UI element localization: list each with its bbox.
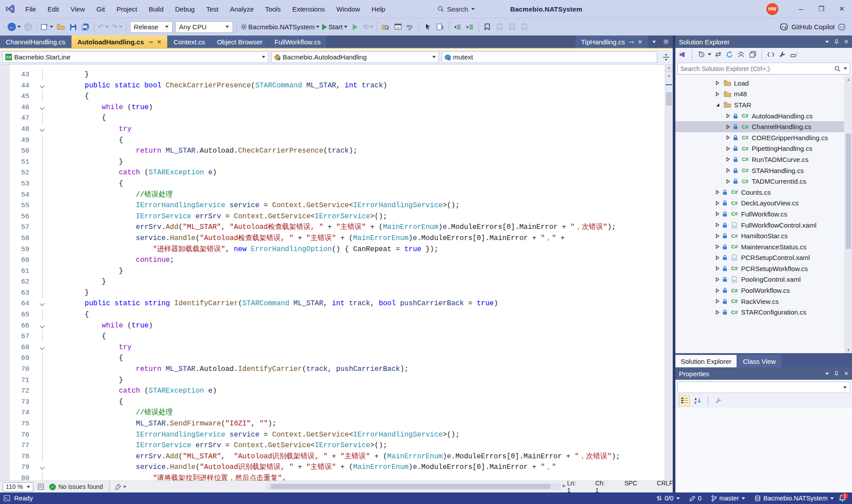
tab-channelhandling-cs[interactable]: ChannelHandling.cs	[0, 35, 71, 48]
tab-pin-icon[interactable]: ⊸	[148, 39, 153, 45]
tree-item-coregripperhandling-cs[interactable]: C#COREGripperHandling.cs	[675, 132, 844, 143]
pending-changes-button[interactable]: 0	[685, 492, 706, 504]
panel-menu-icon[interactable]	[825, 41, 829, 43]
code-line[interactable]: {	[51, 397, 665, 408]
code-line[interactable]: }	[51, 375, 665, 386]
tab-tiphandling-cs[interactable]: TipHandling.cs⊸✕	[576, 35, 648, 48]
code-cleanup-icon[interactable]	[114, 484, 126, 490]
filter-caret-icon[interactable]	[708, 53, 711, 55]
code-line[interactable]: IErrorHandlingService service = Context.…	[51, 200, 665, 211]
menu-help[interactable]: Help	[366, 0, 391, 18]
code-line[interactable]: }	[51, 276, 665, 287]
chevron-collapsed-icon[interactable]	[725, 146, 731, 151]
undo-button[interactable]: ↶	[97, 20, 110, 34]
code-line[interactable]: while (true)	[51, 320, 665, 331]
search-control[interactable]: Search	[433, 4, 479, 15]
tab-object-browser[interactable]: Object Browser	[211, 35, 268, 48]
fold-chevron-icon[interactable]	[36, 342, 51, 353]
hot-reload-button[interactable]: ⟲	[361, 20, 375, 34]
minimize-button[interactable]: ─	[791, 0, 811, 18]
tree-item-poolworkflow-cs[interactable]: C#PoolWorkflow.cs	[675, 285, 844, 296]
show-all-files-icon[interactable]	[789, 50, 799, 59]
code-line[interactable]: IErrorService errSrv = Context.GetServic…	[51, 211, 665, 222]
notifications-button[interactable]: 1	[839, 495, 846, 502]
maximize-button[interactable]: ❐	[811, 0, 832, 18]
panel-tab-class-view[interactable]: Class View	[738, 355, 781, 367]
code-line[interactable]: }	[51, 157, 665, 168]
chevron-collapsed-icon[interactable]	[714, 299, 721, 303]
tree-item-starhandling-cs[interactable]: C#STARHandling.cs	[675, 165, 844, 176]
toolbar-grip[interactable]: ⁞	[4, 24, 4, 29]
view-code-icon[interactable]	[766, 50, 776, 59]
solution-platform-dropdown[interactable]: Any CPU	[175, 21, 233, 33]
editor-split-handle[interactable]: ÷	[665, 65, 673, 72]
code-line[interactable]: service.Handle("Autoload检查载架错误, " + "主错误…	[51, 233, 665, 244]
solution-search-box[interactable]: Search Solution Explorer (Ctrl+;)	[677, 63, 850, 75]
code-line[interactable]: public static string IdentifyCarrier(STA…	[51, 298, 665, 309]
tab-autoloadhandling-cs[interactable]: AutoloadHandling.cs⊸✕	[71, 35, 167, 48]
project-dropdown[interactable]: C# Bacmebio.StarLine	[2, 51, 268, 63]
chevron-collapsed-icon[interactable]	[725, 135, 731, 140]
categorized-view-icon[interactable]	[679, 395, 690, 406]
fold-chevron-icon[interactable]	[36, 462, 51, 473]
fold-chevron-icon[interactable]	[36, 102, 51, 113]
solution-configuration-dropdown[interactable]: Release	[130, 21, 173, 33]
chevron-collapsed-icon[interactable]	[714, 277, 721, 282]
properties-header[interactable]: Properties ✕	[675, 367, 852, 380]
menu-test[interactable]: Test	[201, 0, 225, 18]
tree-item-star[interactable]: STAR	[675, 99, 844, 110]
collapse-all-icon[interactable]	[736, 50, 746, 59]
switch-views-icon[interactable]	[678, 50, 688, 59]
next-bookmark-button[interactable]	[506, 20, 518, 34]
pin-icon[interactable]	[834, 39, 839, 45]
horizontal-scroll-thumb[interactable]	[271, 484, 550, 489]
tab-close-icon[interactable]: ✕	[157, 39, 162, 45]
chevron-collapsed-icon[interactable]	[725, 114, 731, 118]
code-line[interactable]: errSrv.Add("ML_STAR", "Autoload识别载架错误, "…	[51, 451, 665, 462]
code-line[interactable]: {	[51, 135, 665, 146]
spaces-indicator[interactable]: SPC	[624, 480, 637, 494]
menu-view[interactable]: View	[65, 0, 91, 18]
tree-item-decklayoutview-cs[interactable]: C#DeckLayoutView.cs	[675, 198, 844, 209]
navigate-forward-button[interactable]: →	[22, 20, 35, 34]
properties-pin-icon[interactable]	[834, 371, 839, 377]
open-folder-button[interactable]	[55, 20, 67, 34]
start-without-debugging-button[interactable]	[349, 20, 361, 34]
tab-context-cs[interactable]: Context.cs	[168, 35, 211, 48]
outlining-margin[interactable]	[36, 65, 51, 480]
scroll-right-icon[interactable]: ▶	[563, 483, 566, 488]
properties-menu-icon[interactable]	[825, 373, 829, 375]
menu-extensions[interactable]: Extensions	[287, 0, 331, 18]
repository-button[interactable]: Bacmebio.NATSystem	[750, 492, 839, 504]
tree-item-autoloadhandling-cs[interactable]: C#AutoloadHandling.cs	[675, 110, 844, 122]
chevron-collapsed-icon[interactable]	[714, 310, 721, 315]
tree-item-pipettinghandling-cs[interactable]: C#PipettingHandling.cs	[675, 143, 844, 154]
code-line[interactable]: {	[51, 353, 665, 364]
member-dropdown[interactable]: mutext	[442, 51, 657, 63]
tree-item-rackview-cs[interactable]: C#RackView.cs	[675, 296, 844, 307]
chevron-collapsed-icon[interactable]	[714, 190, 721, 194]
pending-changes-filter-icon[interactable]	[696, 50, 706, 59]
tree-scrollbar[interactable]: ▲ ▼	[844, 76, 852, 353]
find-in-files-button[interactable]	[379, 20, 392, 34]
code-line[interactable]: return ML_STAR.Autoload.IdentifyCarrier(…	[51, 364, 665, 375]
tree-scroll-thumb[interactable]	[846, 134, 851, 249]
code-line[interactable]: }	[51, 266, 665, 277]
tree-item-m48[interactable]: m48	[675, 89, 844, 100]
search-options-caret-icon[interactable]	[844, 67, 847, 70]
code-line[interactable]: {	[51, 91, 665, 102]
properties-object-dropdown[interactable]	[677, 382, 850, 393]
chevron-collapsed-icon[interactable]	[714, 81, 721, 85]
document-outline-icon[interactable]	[38, 484, 44, 490]
code-line[interactable]: }	[51, 287, 665, 299]
panel-tab-solution-explorer[interactable]: Solution Explorer	[675, 355, 737, 367]
properties-close-icon[interactable]: ✕	[844, 370, 848, 377]
tree-item-channelhandling-cs[interactable]: C#ChannelHandling.cs	[675, 121, 844, 132]
code-line[interactable]: //错误处理	[51, 189, 665, 201]
code-line[interactable]: while (true)	[51, 102, 665, 113]
tab-pin-icon[interactable]: ⊸	[629, 39, 634, 45]
github-copilot-icon[interactable]	[780, 23, 788, 31]
chevron-collapsed-icon[interactable]	[725, 125, 731, 129]
git-branch-button[interactable]: master	[706, 492, 750, 504]
git-sync-button[interactable]: 0/0	[651, 492, 685, 504]
